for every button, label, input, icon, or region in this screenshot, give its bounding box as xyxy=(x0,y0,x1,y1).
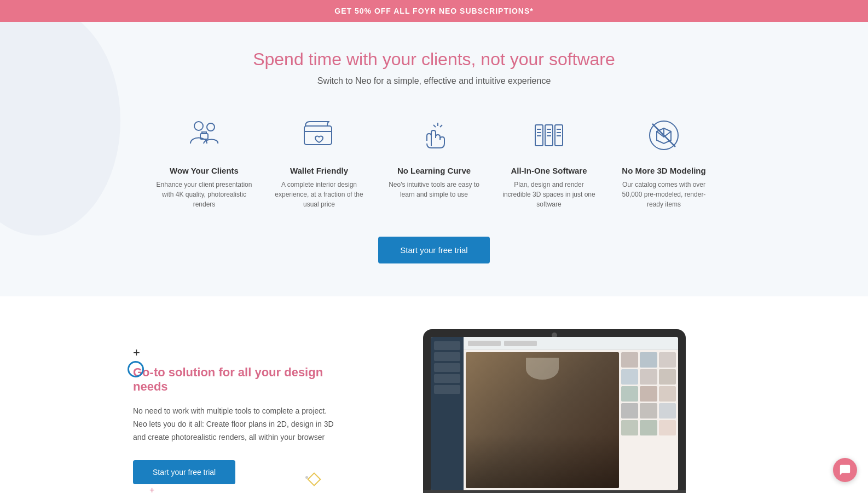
laptop-topbar xyxy=(464,337,678,350)
wow-clients-icon xyxy=(182,113,226,157)
feature-learning: No Learning Curve Neo's intuitive tools … xyxy=(385,113,483,209)
sidebar-item-5 xyxy=(434,385,460,394)
circle-decoration-icon xyxy=(128,361,144,377)
svg-point-0 xyxy=(194,122,203,130)
topbar-item-1 xyxy=(468,341,501,346)
svg-point-1 xyxy=(207,123,215,131)
sub-heading: Switch to Neo for a simple, effective an… xyxy=(133,76,735,86)
section2-inner: + Go-to solution for all your design nee… xyxy=(133,329,735,493)
feature-allinone-title: All-In-One Software xyxy=(511,166,587,175)
plus-decoration: + xyxy=(133,346,341,360)
section-features: Spend time with your clients, not your s… xyxy=(0,22,868,296)
allinone-icon xyxy=(527,113,571,157)
catalog-item-6 xyxy=(659,369,676,385)
laptop-app-sidebar xyxy=(431,337,464,490)
wallet-icon xyxy=(297,113,341,157)
feature-no3d: No More 3D Modeling Our catalog comes wi… xyxy=(615,113,713,209)
catalog-item-13 xyxy=(621,420,638,435)
learning-icon xyxy=(412,113,456,157)
catalog-item-1 xyxy=(621,352,638,368)
laptop-screen-inner xyxy=(431,337,678,490)
section1-content: Spend time with your clients, not your s… xyxy=(133,49,735,263)
catalog-item-7 xyxy=(621,386,638,402)
feature-learning-desc: Neo's intuitive tools are easy to learn … xyxy=(385,180,483,199)
room-light-effect xyxy=(526,358,559,380)
no3d-icon xyxy=(642,113,686,157)
catalog-item-15 xyxy=(659,420,676,435)
laptop-app-main xyxy=(464,337,678,490)
feature-allinone-desc: Plan, design and render incredible 3D sp… xyxy=(500,180,598,209)
laptop-content-area xyxy=(464,350,678,490)
room-overlay xyxy=(466,434,619,488)
catalog-row-5 xyxy=(621,420,676,435)
catalog-item-2 xyxy=(640,352,657,368)
feature-wow-title: Wow Your Clients xyxy=(170,166,239,175)
laptop-room-image xyxy=(466,352,619,488)
catalog-item-8 xyxy=(640,386,657,402)
svg-line-5 xyxy=(433,125,436,127)
svg-line-6 xyxy=(440,125,442,127)
laptop-base xyxy=(423,490,686,493)
catalog-item-10 xyxy=(621,403,638,419)
section-solution: + Go-to solution for all your design nee… xyxy=(0,296,868,493)
deco-diamond-icon xyxy=(307,473,321,486)
feature-allinone: All-In-One Software Plan, design and ren… xyxy=(500,113,598,209)
feature-wallet: Wallet Friendly A complete interior desi… xyxy=(270,113,368,209)
feature-learning-title: No Learning Curve xyxy=(397,166,471,175)
catalog-row-4 xyxy=(621,403,676,419)
feature-wow-clients: Wow Your Clients Enhance your client pre… xyxy=(155,113,253,209)
laptop-mockup xyxy=(423,329,686,493)
sidebar-item-2 xyxy=(434,352,460,361)
background-blob xyxy=(0,22,120,236)
section2-right xyxy=(374,329,735,493)
feature-no3d-title: No More 3D Modeling xyxy=(622,166,705,175)
chat-button[interactable] xyxy=(833,458,857,482)
section2-body: No need to work with multiple tools to c… xyxy=(133,405,341,444)
catalog-item-12 xyxy=(659,403,676,419)
feature-wallet-desc: A complete interior design experience, a… xyxy=(270,180,368,209)
catalog-row-1 xyxy=(621,352,676,368)
catalog-item-9 xyxy=(659,386,676,402)
topbar-item-2 xyxy=(504,341,537,346)
deco-plus-icon: + xyxy=(149,485,154,493)
catalog-item-14 xyxy=(640,420,657,435)
start-trial-button-1[interactable]: Start your free trial xyxy=(378,237,489,263)
feature-no3d-desc: Our catalog comes with over 50,000 pre-m… xyxy=(615,180,713,209)
catalog-row-3 xyxy=(621,386,676,402)
section2-left: + Go-to solution for all your design nee… xyxy=(133,329,341,484)
sidebar-item-3 xyxy=(434,363,460,372)
catalog-item-11 xyxy=(640,403,657,419)
catalog-item-4 xyxy=(621,369,638,385)
laptop-outer xyxy=(423,329,686,490)
top-banner: GET 50% OFF ALL FOYR NEO SUBSCRIPTIONS* xyxy=(0,0,868,22)
laptop-screen xyxy=(431,337,678,490)
chat-icon xyxy=(839,464,851,476)
sidebar-item-1 xyxy=(434,341,460,350)
catalog-item-3 xyxy=(659,352,676,368)
sidebar-item-4 xyxy=(434,374,460,383)
main-heading: Spend time with your clients, not your s… xyxy=(133,49,735,70)
catalog-row-2 xyxy=(621,369,676,385)
feature-wow-desc: Enhance your client presentation with 4K… xyxy=(155,180,253,209)
features-grid: Wow Your Clients Enhance your client pre… xyxy=(133,113,735,209)
feature-wallet-title: Wallet Friendly xyxy=(290,166,348,175)
start-trial-button-2[interactable]: Start your free trial xyxy=(133,460,235,484)
section2-title: Go-to solution for all your design needs xyxy=(133,365,341,394)
banner-text: GET 50% OFF ALL FOYR NEO SUBSCRIPTIONS* xyxy=(334,7,533,15)
laptop-catalog-panel xyxy=(621,352,676,488)
catalog-item-5 xyxy=(640,369,657,385)
